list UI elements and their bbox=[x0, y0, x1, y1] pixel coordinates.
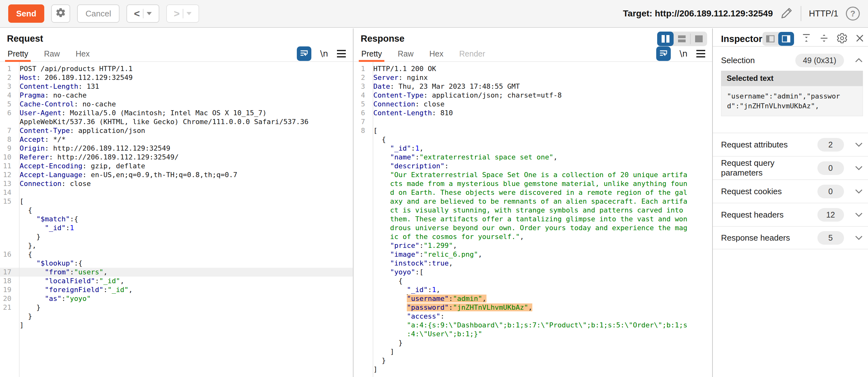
inspector-sections: Request attributes 2 Request query param… bbox=[713, 133, 868, 249]
code-token: : bbox=[66, 224, 70, 232]
newline-toggle[interactable]: \n bbox=[680, 49, 687, 59]
line-number: 1 bbox=[0, 64, 15, 73]
code-line-text: Host: 206.189.112.129:32549 bbox=[15, 73, 353, 82]
edit-target-pencil-icon[interactable] bbox=[780, 7, 793, 21]
code-line-text: Server: nginx bbox=[369, 73, 712, 82]
send-button[interactable]: Send bbox=[8, 4, 44, 23]
editor-menu-icon[interactable] bbox=[696, 50, 705, 58]
history-forward-button[interactable]: > bbox=[166, 4, 199, 23]
tab-response-pretty[interactable]: Pretty bbox=[361, 46, 382, 61]
code-line: "$match":{ bbox=[0, 215, 353, 224]
code-token: 1 bbox=[415, 144, 419, 152]
selection-section-header[interactable]: Selection 49 (0x31) bbox=[721, 50, 863, 70]
line-number: 21 bbox=[0, 303, 15, 312]
line-number bbox=[354, 197, 369, 206]
code-line-text: } bbox=[15, 303, 353, 312]
dock-left-button[interactable] bbox=[763, 32, 778, 46]
inspector-title: Inspector bbox=[721, 34, 763, 44]
chevron-down-icon[interactable] bbox=[855, 166, 863, 171]
code-line: ct is visually stunning, with strange sy… bbox=[354, 206, 712, 215]
chevron-down-icon[interactable] bbox=[855, 142, 863, 147]
collapse-all-icon[interactable] bbox=[819, 33, 830, 45]
code-token: "_id" bbox=[373, 144, 411, 152]
inspector-section-row[interactable]: Request attributes 2 bbox=[713, 133, 868, 156]
word-wrap-icon bbox=[299, 48, 309, 59]
inspector-section-row[interactable]: Request query parameters 0 bbox=[713, 156, 868, 179]
inspector-section-row[interactable]: Request cookies 0 bbox=[713, 179, 868, 203]
inspector-settings-gear-icon[interactable] bbox=[836, 33, 848, 45]
help-icon[interactable]: ? bbox=[846, 7, 860, 21]
tab-response-raw[interactable]: Raw bbox=[397, 46, 414, 61]
word-wrap-toggle[interactable] bbox=[297, 46, 311, 61]
line-number: 8 bbox=[0, 135, 15, 144]
line-number bbox=[0, 117, 15, 126]
word-wrap-toggle[interactable] bbox=[656, 46, 671, 61]
code-line-text: User-Agent: Mozilla/5.0 (Macintosh; Inte… bbox=[15, 109, 353, 117]
chevron-down-icon[interactable] bbox=[855, 189, 863, 194]
expand-all-icon[interactable] bbox=[801, 33, 812, 45]
tab-response-hex[interactable]: Hex bbox=[429, 46, 444, 61]
send-settings-button[interactable] bbox=[51, 4, 70, 23]
code-line: "description": bbox=[354, 162, 712, 171]
code-line-text: "password":"jnZHTnVLhvmUKbAz", bbox=[369, 303, 712, 312]
code-token: "description" bbox=[373, 162, 444, 170]
back-dropdown-icon[interactable] bbox=[147, 12, 152, 15]
code-token: { bbox=[20, 250, 32, 258]
code-line: { bbox=[354, 277, 712, 285]
http-version-selector[interactable]: HTTP/1 bbox=[809, 9, 838, 19]
code-line: 1HTTP/1.1 200 OK bbox=[354, 64, 712, 73]
code-token: HTTP/1.1 200 OK bbox=[373, 65, 436, 73]
code-token: , bbox=[528, 303, 532, 311]
inspector-section-row[interactable]: Response headers 5 bbox=[713, 226, 868, 249]
newline-toggle[interactable]: \n bbox=[320, 49, 328, 59]
code-line-text: Connection: close bbox=[369, 100, 712, 109]
code-token: , bbox=[128, 286, 132, 294]
selection-label: Selection bbox=[721, 56, 755, 65]
code-line-text: Origin: http://206.189.112.129:32549 bbox=[15, 144, 353, 153]
code-line-text: axy and are believed to be remnants of a… bbox=[369, 197, 712, 206]
line-number: 8 bbox=[354, 126, 369, 135]
tab-request-hex[interactable]: Hex bbox=[75, 46, 90, 61]
history-back-button[interactable]: < bbox=[126, 4, 159, 23]
chevron-up-icon[interactable] bbox=[855, 58, 863, 63]
code-line: 17 "from":"users", bbox=[0, 268, 353, 277]
layout-columns-button[interactable] bbox=[657, 32, 674, 46]
code-token: :{ bbox=[70, 215, 79, 223]
response-editor[interactable]: 1HTTP/1.1 200 OK2Server: nginx3Date: Thu… bbox=[354, 62, 712, 377]
code-line-text: "foreignField":"_id", bbox=[15, 285, 353, 294]
code-line: axy and are believed to be remnants of a… bbox=[354, 197, 712, 206]
code-line-text: Pragma: no-cache bbox=[15, 91, 353, 100]
inspector-close-icon[interactable] bbox=[855, 33, 865, 44]
code-line-text: ic of the cosmos for yourself.", bbox=[369, 232, 712, 241]
target-label: Target: http://206.189.112.129:32549 bbox=[623, 8, 773, 19]
layout-single-button[interactable] bbox=[691, 32, 707, 46]
code-line-text: "access": bbox=[369, 312, 712, 321]
code-line: "instock":true, bbox=[354, 259, 712, 268]
tab-request-raw[interactable]: Raw bbox=[43, 46, 60, 61]
code-line-text: drous universe beyond our own. Order you… bbox=[369, 224, 712, 232]
layout-rows-button[interactable] bbox=[674, 32, 690, 46]
code-token: Connection bbox=[20, 180, 61, 187]
code-token: { bbox=[373, 277, 403, 285]
tab-request-pretty[interactable]: Pretty bbox=[7, 46, 29, 61]
editor-menu-icon[interactable] bbox=[337, 50, 346, 58]
line-number bbox=[354, 206, 369, 215]
chevron-down-icon[interactable] bbox=[855, 212, 863, 217]
line-number: 20 bbox=[0, 294, 15, 303]
code-token: "instock" bbox=[373, 259, 428, 267]
cancel-button[interactable]: Cancel bbox=[77, 4, 120, 23]
code-token: ] bbox=[20, 321, 24, 329]
code-line: } bbox=[354, 339, 712, 347]
inspector-section-row[interactable]: Request headers 12 bbox=[713, 203, 868, 226]
code-line: cts made from a mysterious blue gemstone… bbox=[354, 179, 712, 188]
line-number bbox=[0, 206, 15, 215]
code-line-text: "price":"1.299", bbox=[369, 241, 712, 250]
chevron-down-icon[interactable] bbox=[855, 235, 863, 240]
request-editor[interactable]: 1POST /api/products HTTP/1.12Host: 206.1… bbox=[0, 62, 353, 377]
line-number bbox=[0, 224, 15, 232]
code-line-text: [ bbox=[15, 197, 353, 206]
code-token: ic of the cosmos for yourself." bbox=[373, 233, 520, 241]
line-number: 9 bbox=[0, 144, 15, 153]
dock-right-button[interactable] bbox=[778, 32, 794, 46]
code-line-text bbox=[15, 188, 353, 197]
